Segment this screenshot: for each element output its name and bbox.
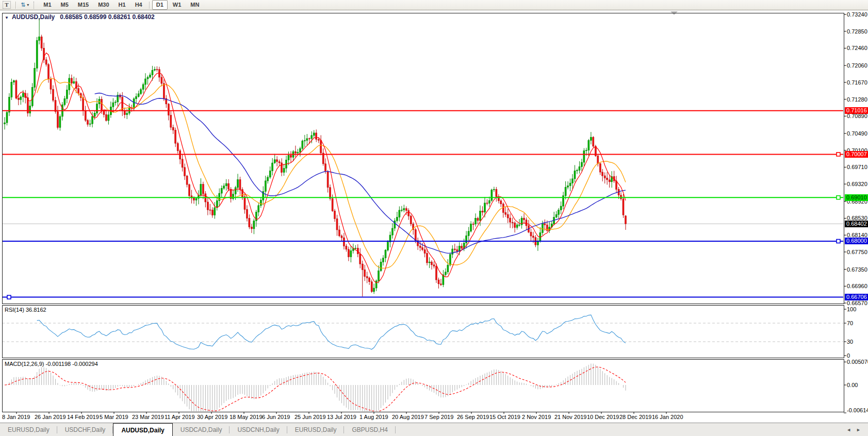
price-tick: 0.67750 xyxy=(847,249,868,255)
chart-tab-usdcnh-daily-4[interactable]: USDCNH,Daily xyxy=(230,423,287,436)
current-price-badge: 0.68402 xyxy=(845,221,868,227)
price-tick: 0.70490 xyxy=(847,130,868,137)
timeframe-button-mn[interactable]: MN xyxy=(186,0,203,10)
arrows-icon: ⇅ xyxy=(21,2,25,8)
date-tick: 7 Sep 2019 xyxy=(424,414,453,420)
price-tick: 0.72850 xyxy=(847,28,868,35)
indicator-tick: 30 xyxy=(847,339,868,345)
text-tool-button[interactable]: T xyxy=(0,1,13,9)
date-tick: 26 Sep 2019 xyxy=(457,414,489,420)
tab-bar: EURUSD,DailyUSDCHF,DailyAUDUSD,DailyUSDC… xyxy=(0,423,868,436)
price-tick: 0.72460 xyxy=(847,45,868,51)
tab-scroll-arrows: ◄ ► xyxy=(846,423,868,436)
date-tick: 2 Nov 2019 xyxy=(522,414,551,420)
tab-scroll-right-icon[interactable]: ► xyxy=(856,427,861,432)
price-level-badge: 0.69010 xyxy=(845,194,868,201)
chart-tab-eurusd-daily-5[interactable]: EURUSD,Daily xyxy=(287,423,345,436)
chart-tab-eurusd-daily-0[interactable]: EURUSD,Daily xyxy=(0,423,57,436)
price-tick: 0.66570 xyxy=(847,300,868,306)
date-tick: 26 Jan 2019 xyxy=(35,414,66,420)
tab-scroll-left-icon[interactable]: ◄ xyxy=(846,427,851,432)
toolbar-grip xyxy=(34,2,36,9)
text-tool-icon: T xyxy=(3,1,11,9)
timeframe-button-w1[interactable]: W1 xyxy=(169,0,186,10)
timeframe-button-m5[interactable]: M5 xyxy=(57,0,73,10)
date-tick: 18 May 2019 xyxy=(230,414,263,420)
date-tick: 28 Dec 2019 xyxy=(619,414,651,420)
price-tick: 0.67350 xyxy=(847,266,868,273)
date-tick: 21 Nov 2019 xyxy=(554,414,586,420)
date-tick: 13 Jul 2019 xyxy=(327,414,356,420)
toolbar-separator xyxy=(149,2,150,9)
chevron-down-icon: ▾ xyxy=(27,3,29,7)
timeframe-button-h4[interactable]: H4 xyxy=(131,0,146,10)
price-tick: 0.71280 xyxy=(847,96,868,103)
hline-handle[interactable] xyxy=(837,153,840,156)
date-tick: 5 Mar 2019 xyxy=(100,414,128,420)
price-tick: 0.71670 xyxy=(847,79,868,86)
chart-canvas[interactable] xyxy=(0,0,868,436)
hline-handle[interactable] xyxy=(837,240,840,243)
price-tick: 0.69710 xyxy=(847,164,868,170)
date-tick: 15 Oct 2019 xyxy=(489,414,520,420)
date-tick: 30 Apr 2019 xyxy=(197,414,227,420)
indicator-tick: 0.00 xyxy=(847,382,868,388)
chart-tab-usdcad-daily-3[interactable]: USDCAD,Daily xyxy=(173,423,230,436)
price-level-badge: 0.68000 xyxy=(845,238,868,244)
mt4-chart-window: T ⇅ ▾ M1M5M15M30H1H4D1W1MN ▼AUDUSD,Daily… xyxy=(0,0,868,436)
price-level-badge: 0.71016 xyxy=(845,107,868,114)
date-tick: 8 Jan 2019 xyxy=(2,414,30,420)
indicator-tick: 100 xyxy=(847,306,868,312)
timeframe-button-m30[interactable]: M30 xyxy=(94,0,113,10)
timeframe-button-m15[interactable]: M15 xyxy=(74,0,93,10)
date-tick: 16 Jan 2020 xyxy=(652,414,683,420)
date-tick: 23 Mar 2019 xyxy=(132,414,164,420)
arrange-tool-button[interactable]: ⇅ ▾ xyxy=(18,1,31,9)
indicator-tick: 0 xyxy=(847,353,868,359)
timeframe-button-h1[interactable]: H1 xyxy=(114,0,130,10)
date-tick: 14 Feb 2019 xyxy=(67,414,99,420)
date-tick: 25 Jun 2019 xyxy=(294,414,326,420)
timeframe-group: M1M5M15M30H1H4D1W1MN xyxy=(39,0,204,10)
price-tick: 0.73240 xyxy=(847,11,868,18)
date-tick: 20 Aug 2019 xyxy=(392,414,424,420)
chart-title: ▼AUDUSD,Daily0.68585 0.68599 0.68261 0.6… xyxy=(5,13,155,21)
price-tick: 0.68140 xyxy=(847,232,868,238)
toolbar: T ⇅ ▾ M1M5M15M30H1H4D1W1MN xyxy=(0,0,868,10)
chart-tab-gbpusd-h4-6[interactable]: GBPUSD,H4 xyxy=(344,423,395,436)
date-tick: 10 Dec 2019 xyxy=(587,414,619,420)
hline-handle[interactable] xyxy=(7,295,11,299)
symbol-label: AUDUSD,Daily xyxy=(12,13,55,21)
date-tick: 6 Jun 2019 xyxy=(262,414,290,420)
hline-handle[interactable] xyxy=(837,196,840,199)
indicator-tick: 0.005076 xyxy=(847,359,868,365)
chart-tab-usdchf-daily-1[interactable]: USDCHF,Daily xyxy=(57,423,113,436)
price-tick: 0.66960 xyxy=(847,283,868,289)
timeframe-button-m1[interactable]: M1 xyxy=(39,0,55,10)
price-level-badge: 0.70007 xyxy=(845,151,868,158)
collapse-triangle-icon[interactable]: ▼ xyxy=(5,15,9,20)
ohlc-values: 0.68585 0.68599 0.68261 0.68402 xyxy=(60,13,155,21)
tabs-container: EURUSD,DailyUSDCHF,DailyAUDUSD,DailyUSDC… xyxy=(0,423,396,436)
rsi-label: RSI(14) 36.8162 xyxy=(5,307,46,313)
price-level-badge: 0.66706 xyxy=(845,294,868,300)
date-tick: 11 Apr 2019 xyxy=(165,414,195,420)
indicator-tick: 70 xyxy=(847,320,868,326)
toolbar-separator xyxy=(15,2,16,9)
macd-label: MACD(12,26,9) -0.001198 -0.000294 xyxy=(5,361,98,367)
date-tick: 1 Aug 2019 xyxy=(359,414,388,420)
indicator-tick: -0.006148 xyxy=(847,407,868,413)
price-tick: 0.72060 xyxy=(847,62,868,69)
chart-tab-audusd-daily-2[interactable]: AUDUSD,Daily xyxy=(113,423,172,436)
timeframe-button-d1[interactable]: D1 xyxy=(152,0,168,10)
price-tick: 0.69320 xyxy=(847,181,868,187)
